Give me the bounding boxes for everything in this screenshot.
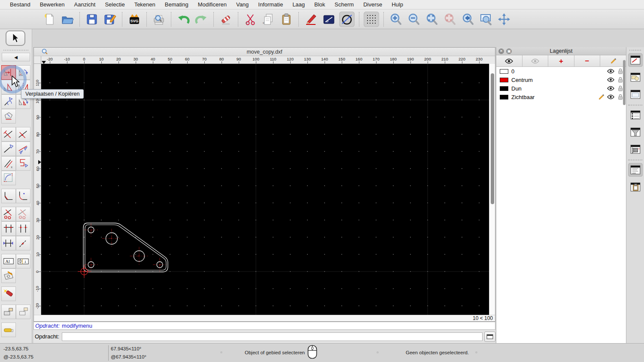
layer-visibility-toggle[interactable] bbox=[607, 85, 614, 91]
tool-round-corner[interactable] bbox=[1, 171, 16, 185]
zoom-auto-button[interactable] bbox=[424, 12, 440, 27]
command-history-value: modifymenu bbox=[62, 323, 92, 329]
svg-export-button[interactable]: SVG bbox=[127, 12, 142, 27]
tool-divide-two[interactable] bbox=[16, 207, 30, 221]
zoom-previous-button[interactable] bbox=[442, 12, 458, 27]
save-as-button[interactable] bbox=[102, 12, 118, 27]
tool-move-points[interactable] bbox=[1, 236, 16, 250]
zoom-in-button[interactable] bbox=[388, 12, 404, 27]
open-folder-button[interactable] bbox=[60, 12, 75, 27]
menu-blok[interactable]: Blok bbox=[310, 0, 330, 9]
layer-visibility-toggle[interactable] bbox=[607, 77, 614, 83]
layer-row-dun[interactable]: Dun bbox=[496, 84, 626, 93]
command-input[interactable] bbox=[62, 332, 483, 341]
select-tool-button[interactable] bbox=[6, 30, 25, 46]
tool-stretch-two[interactable] bbox=[16, 221, 30, 236]
add-layer-button[interactable]: + bbox=[548, 55, 574, 66]
dock-library-browser-button[interactable] bbox=[628, 87, 643, 101]
menu-vang[interactable]: Vang bbox=[231, 0, 253, 9]
tool-stretch-free[interactable] bbox=[16, 142, 30, 156]
dock-handle[interactable] bbox=[629, 50, 641, 51]
print-preview-button[interactable] bbox=[151, 12, 167, 27]
cut-button[interactable]: + bbox=[243, 12, 258, 27]
draft-mode-button[interactable] bbox=[339, 12, 355, 27]
tool-explode[interactable] bbox=[1, 287, 16, 301]
tool-edit-hatch[interactable] bbox=[1, 268, 16, 283]
show-all-layers-button[interactable] bbox=[496, 55, 522, 66]
dock-layer-list-button[interactable] bbox=[628, 53, 643, 67]
tool-lengthen[interactable] bbox=[1, 142, 16, 156]
tool-fillet[interactable] bbox=[16, 189, 30, 203]
cad-window-titlebar[interactable]: move_copy.dxf bbox=[34, 48, 495, 56]
h-ruler-tick: 70 bbox=[198, 57, 211, 61]
menu-bewerken[interactable]: Bewerken bbox=[35, 0, 70, 9]
tool-edit-text[interactable]: Al bbox=[1, 254, 16, 268]
dock-entity-list-button[interactable] bbox=[628, 108, 643, 122]
dock-wall-tools-button[interactable] bbox=[628, 142, 643, 156]
edit-layer-button[interactable] bbox=[600, 55, 626, 66]
dock-block-list-button[interactable] bbox=[628, 70, 643, 84]
zoom-window-button[interactable] bbox=[478, 12, 494, 27]
menu-laag[interactable]: Laag bbox=[288, 0, 310, 9]
menu-hulp[interactable]: Hulp bbox=[387, 0, 408, 9]
layer-row-0[interactable]: 0 bbox=[496, 67, 626, 75]
hide-all-layers-button[interactable] bbox=[522, 55, 549, 66]
layer-visibility-toggle[interactable] bbox=[607, 94, 614, 100]
tool-properties[interactable] bbox=[1, 305, 16, 319]
zoom-out-button[interactable] bbox=[406, 12, 422, 27]
menu-selectie[interactable]: Selectie bbox=[100, 0, 129, 9]
tool-trim[interactable] bbox=[1, 127, 16, 142]
menu-diverse[interactable]: Diverse bbox=[358, 0, 387, 9]
pen-attributes-button[interactable] bbox=[303, 12, 319, 27]
close-icon[interactable]: ✕ bbox=[498, 48, 504, 54]
layer-visibility-toggle[interactable] bbox=[607, 68, 614, 74]
zoom-pan-button[interactable] bbox=[496, 12, 512, 27]
tool-divide[interactable] bbox=[1, 207, 16, 221]
new-file-button[interactable] bbox=[42, 12, 57, 27]
tool-bevel[interactable] bbox=[1, 189, 16, 203]
vertical-scrollbar-thumb[interactable] bbox=[491, 73, 494, 204]
tool-move-rotate[interactable] bbox=[1, 94, 16, 109]
line-properties-button[interactable] bbox=[321, 12, 337, 27]
menu-tekenen[interactable]: Tekenen bbox=[130, 0, 160, 9]
paste-button[interactable] bbox=[279, 12, 294, 27]
undock-icon[interactable]: ▣ bbox=[506, 48, 512, 54]
tool-edit-dimension[interactable]: .1 bbox=[16, 254, 30, 268]
zoom-back-button[interactable] bbox=[460, 12, 476, 27]
tool-stretch[interactable] bbox=[1, 221, 16, 236]
copy-button[interactable]: + bbox=[261, 12, 276, 27]
horizontal-scrollbar[interactable]: 10 < 100 bbox=[34, 315, 495, 321]
tool-offset[interactable]: x bbox=[1, 156, 16, 171]
menu-informatie[interactable]: Informatie bbox=[253, 0, 288, 9]
layer-row-centrum[interactable]: Centrum bbox=[496, 75, 626, 84]
toolbar-handle[interactable] bbox=[3, 50, 28, 51]
tool-paint[interactable] bbox=[1, 323, 16, 337]
tool-attributes[interactable] bbox=[16, 305, 30, 319]
h-ruler-tick: 10 bbox=[95, 57, 108, 61]
vertical-scrollbar[interactable] bbox=[489, 64, 495, 315]
menu-bestand[interactable]: Bestand bbox=[5, 0, 35, 9]
menu-modificeren[interactable]: Modificeren bbox=[193, 0, 231, 9]
dock-clipboard-button[interactable] bbox=[628, 180, 643, 194]
dock-selection-filter-button[interactable] bbox=[628, 125, 643, 139]
drawing-canvas[interactable] bbox=[41, 64, 489, 315]
tool-revert-direction[interactable] bbox=[1, 109, 16, 124]
tool-lengthen-point[interactable] bbox=[16, 236, 30, 250]
tool-polyline-trim[interactable] bbox=[16, 156, 30, 171]
layer-row-zichtbaar[interactable]: Zichtbaar bbox=[496, 93, 626, 101]
layer-panel-scrollbar[interactable] bbox=[623, 60, 626, 105]
undo-button[interactable] bbox=[176, 12, 191, 27]
grid-toggle-button[interactable] bbox=[364, 12, 379, 27]
dock-command-line-button[interactable] bbox=[628, 163, 643, 177]
save-button[interactable] bbox=[84, 12, 100, 27]
menu-aanzicht[interactable]: Aanzicht bbox=[70, 0, 100, 9]
keyboard-button[interactable] bbox=[484, 332, 495, 342]
menu-scherm[interactable]: Scherm bbox=[330, 0, 358, 9]
remove-layer-button[interactable]: − bbox=[574, 55, 601, 66]
redo-button[interactable] bbox=[194, 12, 209, 27]
menu-bemating[interactable]: Bemating bbox=[160, 0, 193, 9]
tool-trim-two[interactable] bbox=[16, 127, 30, 142]
back-button[interactable]: ◀ bbox=[2, 53, 30, 61]
layer-panel-titlebar[interactable]: ✕ ▣ Lagenlijst bbox=[496, 47, 626, 55]
eraser-button[interactable] bbox=[218, 12, 234, 27]
